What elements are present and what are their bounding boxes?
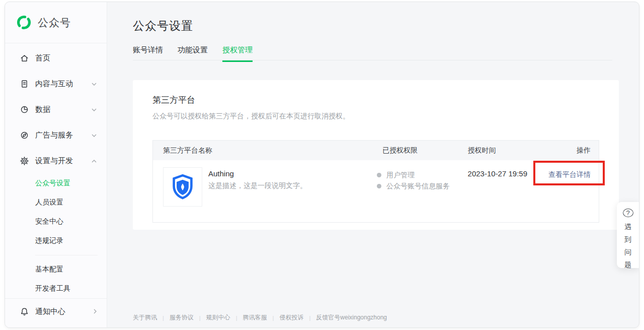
footer-link-tencent-support[interactable]: 腾讯客服 xyxy=(243,313,267,322)
sidebar-item-content[interactable]: 内容与互动 xyxy=(5,71,107,97)
footer-separator: | xyxy=(273,315,274,321)
footer-link-rules-center[interactable]: 规则中心 xyxy=(206,313,230,322)
column-header-platform-name: 第三方平台名称 xyxy=(153,146,377,155)
sidebar-subitem-developer-tools[interactable]: 开发者工具 xyxy=(5,279,107,298)
permission-item: 用户管理 xyxy=(377,169,462,180)
sidebar: 公众号 首页 内容与互动 xyxy=(5,2,107,327)
sidebar-item-label: 内容与互动 xyxy=(35,79,73,89)
chevron-down-icon xyxy=(92,134,97,137)
footer-separator: | xyxy=(309,315,310,321)
sidebar-subitem-violation-records[interactable]: 违规记录 xyxy=(5,231,107,250)
column-header-actions: 操作 xyxy=(543,146,599,155)
sidebar-item-ads-services[interactable]: 广告与服务 xyxy=(5,122,107,148)
sidebar-item-label: 通知中心 xyxy=(35,307,65,316)
platform-name: Authing xyxy=(208,169,307,178)
sidebar-subitem-staff-settings[interactable]: 人员设置 xyxy=(5,193,107,212)
data-pie-icon xyxy=(20,105,29,114)
sidebar-subitem-account-settings[interactable]: 公众号设置 xyxy=(5,174,107,193)
help-widget[interactable]: ? 遇到问题 xyxy=(617,202,639,268)
question-circle-icon: ? xyxy=(623,209,633,217)
view-platform-details-link[interactable]: 查看平台详情 xyxy=(548,170,591,178)
chevron-down-icon xyxy=(92,83,97,86)
footer-separator: | xyxy=(236,315,237,321)
chevron-down-icon xyxy=(92,108,97,111)
main-content: 公众号设置 账号详情 功能设置 授权管理 第三方平台 公众号可以授权给第三方平台… xyxy=(108,2,639,327)
sidebar-item-home[interactable]: 首页 xyxy=(5,45,107,71)
app-window: 公众号 首页 内容与互动 xyxy=(5,2,639,328)
bell-icon xyxy=(20,307,29,316)
page-title: 公众号设置 xyxy=(133,18,193,34)
header-divider xyxy=(133,60,612,60)
authorized-time: 2023-10-27 19:59 xyxy=(462,160,544,222)
sidebar-subitem-security-center[interactable]: 安全中心 xyxy=(5,212,107,231)
sidebar-item-notification-center[interactable]: 通知中心 xyxy=(5,299,107,324)
sidebar-subitem-basic-config[interactable]: 基本配置 xyxy=(5,260,107,279)
ads-compass-icon xyxy=(20,130,29,140)
bullet-dot-icon xyxy=(377,173,381,177)
sidebar-nav: 首页 内容与互动 xyxy=(5,43,107,324)
sidebar-item-settings-dev[interactable]: 设置与开发 xyxy=(5,148,107,174)
official-accounts-logo-icon xyxy=(16,14,32,31)
section-title: 第三方平台 xyxy=(152,94,195,106)
table-header-row: 第三方平台名称 已授权权限 授权时间 操作 xyxy=(153,141,599,160)
authing-shield-icon xyxy=(172,174,194,200)
section-description: 公众号可以授权给第三方平台，授权后可在本页进行取消授权。 xyxy=(152,112,350,121)
column-header-authorized-permissions: 已授权权限 xyxy=(377,146,462,155)
platform-description: 这是描述，这是一段说明文字。 xyxy=(208,181,307,190)
brand-name: 公众号 xyxy=(38,16,71,30)
submenu-divider xyxy=(35,255,98,255)
footer-link-about-tencent[interactable]: 关于腾讯 xyxy=(133,313,157,322)
brand-logo-row: 公众号 xyxy=(5,2,107,43)
chevron-up-icon xyxy=(92,160,97,163)
footer-separator: | xyxy=(199,315,201,321)
sidebar-item-label: 设置与开发 xyxy=(35,156,73,166)
footer-link-feedback-account[interactable]: 反馈官号weixingongzhong xyxy=(316,313,387,322)
permission-item: 公众号账号信息服务 xyxy=(377,180,462,191)
content-icon xyxy=(20,79,29,89)
platform-logo xyxy=(163,167,202,207)
gear-icon xyxy=(20,156,29,166)
third-party-platform-card: 第三方平台 公众号可以授权给第三方平台，授权后可在本页进行取消授权。 第三方平台… xyxy=(133,80,619,230)
help-widget-label: 遇到问题 xyxy=(624,221,632,271)
footer-link-service-agreement[interactable]: 服务协议 xyxy=(170,313,194,322)
sidebar-item-label: 广告与服务 xyxy=(35,130,73,140)
column-header-authorized-time: 授权时间 xyxy=(462,146,544,155)
sidebar-item-data[interactable]: 数据 xyxy=(5,97,107,122)
platform-table: 第三方平台名称 已授权权限 授权时间 操作 xyxy=(152,140,599,223)
sidebar-item-label: 首页 xyxy=(35,53,50,63)
sidebar-item-label: 数据 xyxy=(35,105,50,114)
footer: 关于腾讯 | 服务协议 | 规则中心 | 腾讯客服 | 侵权投诉 | 反馈官号w… xyxy=(133,313,387,322)
footer-separator: | xyxy=(163,315,164,321)
footer-link-infringement-complaint[interactable]: 侵权投诉 xyxy=(279,313,303,322)
bullet-dot-icon xyxy=(377,184,381,188)
home-icon xyxy=(20,53,29,63)
table-row: Authing 这是描述，这是一段说明文字。 用户管理 公众号账号信息服务 xyxy=(153,160,599,222)
chevron-right-icon xyxy=(94,309,97,314)
